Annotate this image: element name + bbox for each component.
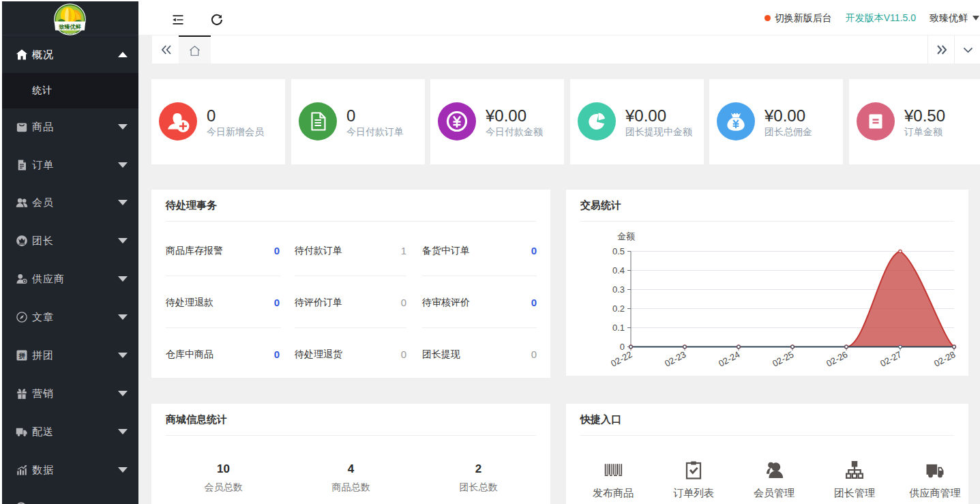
svg-text:致臻优鲜: 致臻优鲜 [58, 24, 81, 30]
svg-text:02-28: 02-28 [932, 349, 957, 369]
svg-text:02-27: 02-27 [878, 349, 903, 369]
svg-text:0.5: 0.5 [612, 246, 625, 256]
svg-text:0.1: 0.1 [612, 323, 625, 333]
svg-text:拼: 拼 [18, 352, 25, 359]
svg-text:0.4: 0.4 [612, 265, 625, 276]
svg-text:02-23: 02-23 [663, 349, 687, 369]
svg-text:02-24: 02-24 [717, 349, 741, 369]
svg-text:02-26: 02-26 [825, 349, 849, 369]
svg-text:0.2: 0.2 [612, 303, 625, 314]
svg-text:0.3: 0.3 [612, 284, 625, 295]
svg-text:金额: 金额 [617, 231, 635, 241]
svg-text:0: 0 [620, 342, 625, 352]
svg-text:02-25: 02-25 [771, 349, 795, 369]
svg-text:02-22: 02-22 [609, 349, 634, 369]
